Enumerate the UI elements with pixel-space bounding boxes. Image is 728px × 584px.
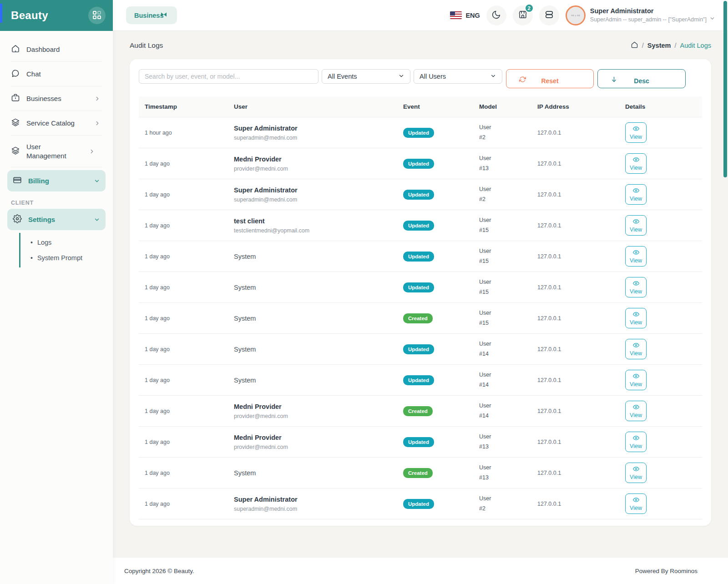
- row-ip-address: 127.0.0.1: [531, 458, 619, 488]
- sidebar-item-businesses[interactable]: Businesses: [11, 86, 102, 111]
- main-area: Business ENG: [113, 0, 728, 584]
- row-timestamp: 1 day ago: [139, 427, 228, 458]
- view-details-button[interactable]: View: [625, 493, 647, 514]
- business-switcher-chip[interactable]: Business: [126, 6, 177, 24]
- row-user-name: test client: [234, 217, 394, 225]
- submenu-item-logs[interactable]: Logs: [20, 235, 102, 250]
- sidebar-item-dashboard[interactable]: Dashboard: [11, 37, 102, 62]
- sidebar-section-label: CLIENT: [11, 200, 102, 206]
- sidebar-item-label: Settings: [28, 216, 87, 223]
- sidebar-item-billing[interactable]: Billing: [7, 170, 106, 191]
- breadcrumb-current: Audit Logs: [680, 42, 711, 49]
- breadcrumb-parent[interactable]: System: [647, 42, 671, 49]
- view-details-button[interactable]: View: [625, 432, 647, 452]
- store-notifications-button[interactable]: 2: [513, 5, 533, 25]
- event-badge: Updated: [403, 190, 434, 200]
- column-header-event: Event: [397, 96, 473, 117]
- table-row: 1 day ago System Created User #15 127.0.…: [139, 303, 702, 334]
- view-details-button[interactable]: View: [625, 401, 647, 421]
- column-header-model: Model: [473, 96, 531, 117]
- sort-desc-button-label: Desc: [634, 77, 649, 85]
- view-details-button[interactable]: View: [625, 184, 647, 205]
- sidebar-item-service-catalog[interactable]: Service Catalog: [11, 111, 102, 136]
- view-button-label: View: [630, 196, 642, 202]
- row-model-id: #14: [479, 349, 528, 359]
- row-user-name: Super Administrator: [234, 186, 394, 194]
- view-button-label: View: [630, 350, 642, 357]
- view-details-button[interactable]: View: [625, 308, 647, 328]
- page-scrollbar[interactable]: [723, 1, 727, 177]
- table-row: 1 day ago test client testclientmedni@yo…: [139, 210, 702, 241]
- table-body: 1 hour ago Super Administrator superadmi…: [139, 117, 702, 519]
- event-badge: Updated: [403, 159, 434, 169]
- eye-icon: [633, 404, 639, 412]
- event-badge: Updated: [403, 437, 434, 447]
- event-badge: Updated: [403, 221, 434, 231]
- sidebar-item-label: User Management: [26, 142, 81, 160]
- row-ip-address: 127.0.0.1: [531, 365, 619, 396]
- row-user-email: provider@medni.com: [234, 444, 394, 450]
- view-details-button[interactable]: View: [625, 339, 647, 359]
- breadcrumb: / System / Audit Logs: [631, 41, 711, 50]
- table-row: 1 day ago System Updated User #15 127.0.…: [139, 241, 702, 272]
- view-button-label: View: [630, 381, 642, 388]
- row-user-name: Medni Provider: [234, 403, 394, 410]
- eye-icon: [633, 497, 639, 504]
- view-button-label: View: [630, 474, 642, 480]
- view-details-button[interactable]: View: [625, 215, 647, 236]
- table-row: 1 day ago System Updated User #14 127.0.…: [139, 365, 702, 396]
- view-details-button[interactable]: View: [625, 122, 647, 143]
- row-timestamp: 1 day ago: [139, 148, 228, 179]
- audit-logs-card: All Events All Users: [130, 59, 711, 526]
- view-details-button[interactable]: View: [625, 246, 647, 267]
- events-select-value: All Events: [328, 73, 357, 80]
- row-user-name: Medni Provider: [234, 156, 394, 163]
- table-row: 1 day ago Super Administrator superadmin…: [139, 488, 702, 519]
- eye-icon: [633, 373, 639, 381]
- row-user-name: System: [234, 377, 394, 384]
- home-icon: [11, 44, 20, 55]
- row-user-email: superadmin@medni.com: [234, 196, 394, 203]
- row-model-type: User: [479, 247, 528, 256]
- row-model-id: #13: [479, 473, 528, 483]
- row-user-email: provider@medni.com: [234, 413, 394, 419]
- reset-button[interactable]: Reset: [506, 69, 594, 88]
- layers-icon: [11, 118, 20, 128]
- events-select[interactable]: All Events: [322, 69, 410, 84]
- sidebar-item-settings[interactable]: Settings: [7, 209, 106, 230]
- view-button-label: View: [630, 257, 642, 264]
- dark-mode-toggle-button[interactable]: [486, 5, 506, 25]
- table-header-row: Timestamp User Event Model IP Address De…: [139, 96, 702, 117]
- sidebar-toggle-button[interactable]: [88, 7, 106, 24]
- event-badge: Updated: [403, 344, 434, 354]
- chevron-right-icon: [93, 120, 102, 126]
- breadcrumb-separator: /: [642, 42, 644, 49]
- eye-icon: [633, 311, 639, 319]
- sidebar-item-chat[interactable]: Chat: [11, 62, 102, 86]
- user-name: Super Administrator: [590, 7, 715, 15]
- submenu-item-system-prompt[interactable]: System Prompt: [20, 250, 102, 266]
- row-model-type: User: [479, 308, 528, 318]
- eye-icon: [633, 249, 639, 257]
- language-switcher[interactable]: ENG: [450, 11, 480, 19]
- view-details-button[interactable]: View: [625, 370, 647, 390]
- users-select[interactable]: All Users: [414, 69, 502, 84]
- row-user-name: Medni Provider: [234, 434, 394, 441]
- user-menu[interactable]: 44 x 44 Super Administrator SuperAdmin -…: [566, 5, 715, 25]
- sidebar-item-user-management[interactable]: User Management: [11, 136, 102, 167]
- sidebar-item-label: Service Catalog: [26, 119, 86, 127]
- wallet-button[interactable]: [539, 5, 559, 25]
- briefcase-icon: [11, 93, 20, 104]
- row-user-name: System: [234, 253, 394, 260]
- row-ip-address: 127.0.0.1: [531, 272, 619, 303]
- view-details-button[interactable]: View: [625, 153, 647, 174]
- view-details-button[interactable]: View: [625, 277, 647, 297]
- search-input[interactable]: [139, 69, 318, 84]
- sort-desc-button[interactable]: Desc: [597, 69, 686, 88]
- row-user-name: Super Administrator: [234, 496, 394, 503]
- settings-submenu: Logs System Prompt: [19, 233, 102, 267]
- eye-icon: [633, 280, 639, 288]
- event-badge: Created: [403, 468, 433, 478]
- view-details-button[interactable]: View: [625, 463, 647, 483]
- home-icon[interactable]: [631, 41, 638, 50]
